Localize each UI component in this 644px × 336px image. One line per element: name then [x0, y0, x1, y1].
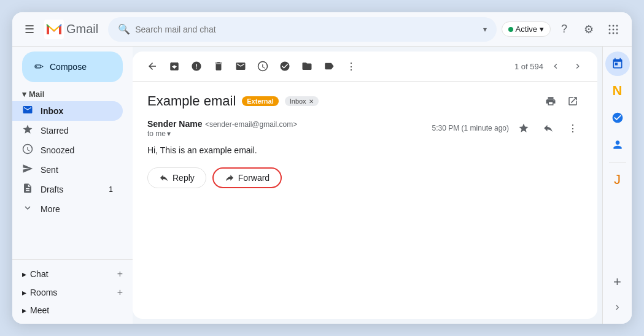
sidebar-item-inbox[interactable]: Inbox [12, 101, 123, 121]
menu-button[interactable]: ☰ [20, 20, 39, 39]
svg-point-5 [613, 28, 615, 30]
search-icon: 🔍 [118, 23, 130, 35]
drafts-badge: 1 [109, 185, 113, 194]
sidebar-item-snoozed[interactable]: Snoozed [12, 140, 123, 160]
move-to-button[interactable] [297, 56, 317, 76]
sidebar-item-drafts[interactable]: Drafts 1 [12, 180, 123, 199]
topbar: ☰ Gmail 🔍 ▾ Active ▾ [12, 12, 632, 47]
active-status-label: Active [516, 25, 537, 34]
active-dot [508, 27, 513, 32]
notes-panel-button[interactable]: N [605, 78, 630, 103]
inbox-badge-close[interactable]: ✕ [309, 98, 314, 105]
inbox-icon [22, 104, 33, 118]
calendar-panel-button[interactable] [605, 52, 630, 76]
reply-inline-button[interactable] [538, 118, 558, 138]
snoozed-icon [22, 143, 33, 158]
gmail-logo: Gmail [44, 20, 98, 39]
rooms-arrow-icon: ▸ [22, 288, 26, 297]
compose-pencil-icon: ✏ [34, 60, 44, 74]
next-email-button[interactable] [568, 56, 588, 76]
panel-unknown-button[interactable]: J [605, 167, 630, 192]
compose-label: Compose [50, 62, 87, 72]
meet-section[interactable]: ▸ Meet [12, 302, 133, 319]
compose-button[interactable]: ✏ Compose [22, 52, 123, 82]
add-tasks-button[interactable] [275, 56, 295, 76]
snooze-button[interactable] [253, 56, 273, 76]
email-subject: Example email [147, 93, 236, 109]
reply-button[interactable]: Reply [147, 167, 206, 188]
more-options-email-button[interactable]: ⋮ [563, 118, 583, 138]
search-bar[interactable]: 🔍 ▾ [108, 17, 496, 42]
pagination: 1 of 594 [514, 56, 588, 76]
search-dropdown-icon[interactable]: ▾ [483, 25, 487, 34]
chat-label: Chat [30, 269, 48, 279]
svg-point-3 [616, 25, 618, 26]
pagination-text: 1 of 594 [514, 62, 543, 71]
email-content: ⋮ 1 of 594 Example email Externa [133, 52, 597, 319]
svg-point-8 [613, 32, 615, 34]
external-badge: External [242, 96, 278, 106]
sent-label: Sent [41, 165, 58, 175]
rooms-label: Rooms [30, 288, 57, 297]
svg-point-1 [609, 25, 611, 26]
active-status-button[interactable]: Active ▾ [502, 21, 551, 37]
to-me-arrow: ▾ [167, 129, 171, 138]
chat-add-icon[interactable]: + [117, 269, 123, 280]
meta-right: 5:30 PM (1 minute ago) ⋮ [432, 118, 583, 138]
starred-label: Starred [41, 126, 69, 136]
mail-section-arrow: ▾ [22, 90, 26, 99]
chat-section[interactable]: ▸ Chat + [12, 265, 133, 283]
forward-button[interactable]: Forward [212, 167, 282, 188]
open-in-new-button[interactable] [563, 91, 583, 111]
contacts-panel-button[interactable] [605, 132, 630, 157]
app-title: Gmail [66, 22, 98, 36]
mail-section-label: ▾ Mail [12, 87, 133, 101]
email-body: Hi, This is an example email. [147, 145, 583, 155]
chat-arrow-icon: ▸ [22, 269, 26, 279]
panel-bottom: + › [605, 270, 630, 319]
tasks-panel-button[interactable] [605, 105, 630, 130]
starred-icon [22, 124, 33, 138]
sender-info: Sender Name <sender-email@gmail.com> to … [147, 118, 432, 138]
panel-expand-button[interactable]: › [605, 294, 630, 319]
drafts-icon [22, 183, 33, 197]
sent-icon [22, 163, 33, 177]
settings-button[interactable]: ⚙ [578, 18, 600, 40]
svg-point-9 [616, 32, 618, 34]
print-button[interactable] [541, 91, 561, 111]
sidebar-bottom: ▸ Chat + ▸ Rooms + ▸ Meet [12, 259, 133, 319]
sidebar-item-more[interactable]: More [12, 199, 123, 219]
search-input[interactable] [135, 25, 478, 34]
panel-add-button[interactable]: + [605, 270, 630, 294]
meet-arrow-icon: ▸ [22, 305, 26, 315]
sidebar-item-starred[interactable]: Starred [12, 121, 123, 140]
email-meta: Sender Name <sender-email@gmail.com> to … [147, 118, 583, 138]
mark-read-button[interactable] [231, 56, 250, 76]
delete-button[interactable] [209, 56, 228, 76]
report-button[interactable] [187, 56, 206, 76]
more-options-button[interactable]: ⋮ [341, 56, 361, 76]
prev-email-button[interactable] [546, 56, 565, 76]
labels-button[interactable] [319, 56, 339, 76]
snoozed-label: Snoozed [41, 145, 74, 155]
star-button[interactable] [514, 118, 533, 138]
email-view: Example email External Inbox ✕ [133, 82, 597, 319]
email-toolbar: ⋮ 1 of 594 [133, 52, 597, 82]
rooms-section[interactable]: ▸ Rooms + [12, 283, 133, 302]
more-label: More [41, 204, 60, 214]
apps-button[interactable] [602, 18, 624, 40]
inbox-badge: Inbox ✕ [285, 96, 319, 106]
active-dropdown-icon: ▾ [540, 25, 544, 34]
drafts-label: Drafts [41, 185, 63, 194]
topbar-right: Active ▾ ? ⚙ [502, 18, 624, 40]
email-reply-row: Reply Forward [147, 167, 583, 188]
help-button[interactable]: ? [553, 18, 575, 40]
svg-point-6 [616, 28, 618, 30]
rooms-add-icon[interactable]: + [117, 287, 123, 298]
archive-button[interactable] [165, 56, 184, 76]
back-button[interactable] [142, 56, 162, 76]
inbox-label: Inbox [41, 106, 63, 116]
sender-email: <sender-email@gmail.com> [205, 120, 297, 129]
to-me-row[interactable]: to me ▾ [147, 129, 432, 138]
sidebar-item-sent[interactable]: Sent [12, 160, 123, 180]
